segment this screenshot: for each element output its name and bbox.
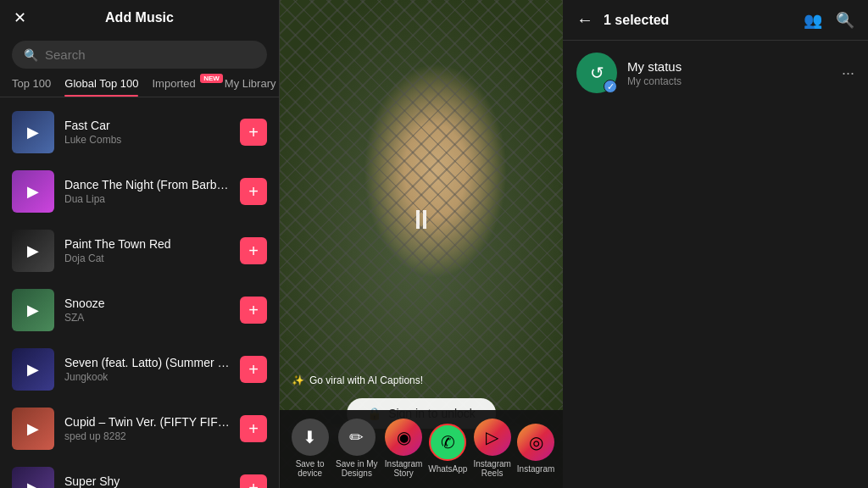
action-instagram-story[interactable]: ◉ Instagram Story — [381, 419, 426, 478]
action-icon-save-device: ⬇ — [292, 419, 329, 456]
page-title: Add Music — [105, 10, 174, 25]
song-name-2: Paint The Town Red — [64, 237, 230, 251]
right-header: ← 1 selected 👥 🔍 — [563, 0, 868, 41]
add-song-button-4[interactable]: + — [240, 356, 267, 383]
search-bar[interactable]: 🔍 — [12, 41, 267, 69]
action-label-instagram-story: Instagram Story — [381, 459, 426, 478]
status-name: My status — [627, 59, 682, 74]
song-name-1: Dance The Night (From Barbie The A... — [64, 178, 230, 191]
pause-button[interactable]: ⏸ — [408, 204, 435, 236]
action-save-device[interactable]: ⬇ Save to device — [288, 419, 332, 478]
song-thumb-2: ▶ — [12, 230, 54, 272]
song-info-0: Fast Car Luke Combs — [64, 119, 230, 146]
song-thumb-3: ▶ — [12, 289, 54, 331]
action-instagram[interactable]: ◎ Instagram — [517, 424, 554, 474]
add-song-button-1[interactable]: + — [240, 178, 267, 205]
play-icon-5: ▶ — [27, 419, 39, 438]
song-thumb-0: ▶ — [12, 111, 54, 153]
play-icon-2: ▶ — [27, 241, 39, 260]
tab-global[interactable]: Global Top 100 — [64, 77, 138, 97]
tab-library[interactable]: My Library — [225, 77, 276, 97]
song-item-4[interactable]: ▶ Seven (feat. Latto) (Summer Mix) Jungk… — [0, 340, 279, 399]
song-item-2[interactable]: ▶ Paint The Town Red Doja Cat + — [0, 221, 279, 280]
add-song-button-5[interactable]: + — [240, 415, 267, 442]
avatar: ↺ ✓ — [576, 53, 617, 93]
song-name-5: Cupid – Twin Ver. (FIFTY FIFTY) – S... — [64, 415, 230, 429]
play-icon-3: ▶ — [27, 301, 39, 319]
status-item[interactable]: ↺ ✓ My status My contacts ··· — [563, 41, 868, 105]
more-options-button[interactable]: ··· — [842, 64, 854, 82]
song-item-5[interactable]: ▶ Cupid – Twin Ver. (FIFTY FIFTY) – S...… — [0, 399, 279, 458]
action-label-instagram-reels: Instagram Reels — [470, 459, 515, 478]
avatar-icon: ↺ — [590, 63, 604, 83]
add-song-button-3[interactable]: + — [240, 297, 267, 324]
song-list: ▶ Fast Car Luke Combs + ▶ Dance The Nigh… — [0, 103, 279, 488]
song-artist-3: SZA — [64, 312, 230, 324]
song-item-6[interactable]: ▶ Super Shy New Jeans + — [0, 458, 279, 488]
action-label-whatsapp: WhatsApp — [428, 464, 467, 474]
left-header: ✕ Add Music — [0, 0, 279, 36]
song-artist-4: Jungkook — [64, 371, 230, 383]
song-thumb-1: ▶ — [12, 170, 54, 213]
song-artist-0: Luke Combs — [64, 134, 230, 146]
add-song-button-2[interactable]: + — [240, 237, 267, 264]
header-icons: 👥 🔍 — [804, 11, 854, 30]
play-icon-4: ▶ — [27, 360, 39, 379]
action-icon-whatsapp: ✆ — [429, 424, 466, 461]
song-info-6: Super Shy New Jeans — [64, 474, 230, 488]
action-instagram-reels[interactable]: ▷ Instagram Reels — [470, 419, 515, 478]
ai-caption-text: Go viral with AI Captions! — [309, 374, 423, 386]
play-icon-6: ▶ — [27, 479, 39, 488]
song-name-6: Super Shy — [64, 474, 230, 488]
left-panel: ✕ Add Music 🔍 Top 100 Global Top 100 Imp… — [0, 0, 280, 488]
search-header-icon[interactable]: 🔍 — [836, 11, 854, 30]
play-icon-1: ▶ — [27, 182, 39, 201]
tab-imported[interactable]: Imported NEW — [152, 77, 210, 97]
song-info-3: Snooze SZA — [64, 297, 230, 324]
action-save-mydesigns[interactable]: ✏ Save in My Designs — [335, 419, 379, 478]
search-icon: 🔍 — [24, 48, 38, 62]
song-artist-1: Dua Lipa — [64, 193, 230, 205]
action-icon-instagram-reels: ▷ — [474, 419, 511, 456]
song-info-4: Seven (feat. Latto) (Summer Mix) Jungkoo… — [64, 356, 230, 383]
selected-count: 1 selected — [604, 13, 793, 28]
action-icon-instagram-story: ◉ — [385, 419, 422, 456]
song-name-3: Snooze — [64, 297, 230, 310]
song-item-3[interactable]: ▶ Snooze SZA + — [0, 280, 279, 340]
action-label-save-device: Save to device — [288, 459, 332, 478]
song-info-1: Dance The Night (From Barbie The A... Du… — [64, 178, 230, 205]
back-button[interactable]: ← — [576, 10, 593, 30]
song-thumb-5: ▶ — [12, 408, 54, 450]
add-song-button-0[interactable]: + — [240, 119, 267, 146]
plus-badge: ✓ — [604, 80, 617, 93]
bottom-actions: ⬇ Save to device ✏ Save in My Designs ◉ … — [280, 410, 563, 488]
action-icon-save-mydesigns: ✏ — [338, 419, 376, 456]
song-item-0[interactable]: ▶ Fast Car Luke Combs + — [0, 103, 279, 162]
add-song-button-6[interactable]: + — [240, 474, 267, 488]
tabs-bar: Top 100 Global Top 100 Imported NEW My L… — [0, 77, 279, 97]
status-subtitle: My contacts — [627, 75, 682, 87]
tab-top100[interactable]: Top 100 — [12, 77, 51, 97]
search-input[interactable] — [45, 47, 255, 62]
song-info-5: Cupid – Twin Ver. (FIFTY FIFTY) – S... s… — [64, 415, 230, 442]
ai-caption-icon: ✨ — [292, 374, 304, 386]
ai-caption-bar: ✨ Go viral with AI Captions! — [292, 374, 423, 386]
song-artist-5: sped up 8282 — [64, 430, 230, 442]
close-button[interactable]: ✕ — [14, 8, 26, 27]
play-icon-0: ▶ — [27, 123, 39, 141]
new-badge: NEW — [200, 74, 223, 83]
action-whatsapp[interactable]: ✆ WhatsApp — [428, 424, 467, 474]
action-label-instagram: Instagram — [517, 464, 554, 474]
action-label-save-mydesigns: Save in My Designs — [335, 459, 379, 478]
song-artist-2: Doja Cat — [64, 252, 230, 264]
middle-panel: ⏸ ✨ Go viral with AI Captions! 🔒 Sign in… — [280, 0, 563, 488]
song-info-2: Paint The Town Red Doja Cat — [64, 237, 230, 264]
song-item-1[interactable]: ▶ Dance The Night (From Barbie The A... … — [0, 162, 279, 221]
action-icon-instagram: ◎ — [517, 424, 554, 461]
right-panel: ← 1 selected 👥 🔍 ↺ ✓ My status My contac… — [563, 0, 868, 488]
status-info: My status My contacts — [627, 59, 682, 87]
add-contact-icon[interactable]: 👥 — [804, 11, 822, 30]
song-name-0: Fast Car — [64, 119, 230, 132]
song-thumb-4: ▶ — [12, 348, 54, 391]
song-thumb-6: ▶ — [12, 467, 54, 488]
